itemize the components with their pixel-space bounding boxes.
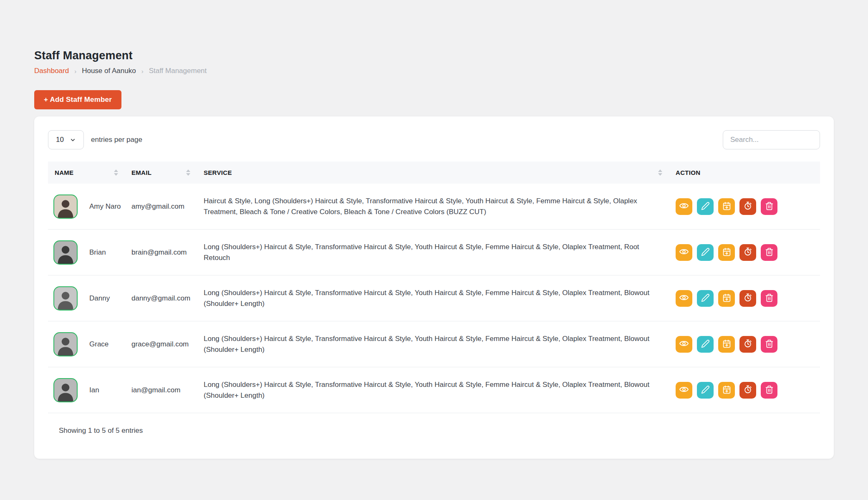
staff-management-page: Staff Management Dashboard › House of Aa… — [0, 0, 868, 500]
staff-service: Long (Shoulders+) Haircut & Style, Trans… — [204, 242, 676, 263]
calendar-icon — [722, 293, 731, 303]
trash-icon — [765, 385, 774, 395]
staff-avatar — [53, 286, 78, 311]
calendar-button[interactable] — [718, 382, 735, 399]
staff-email: ian@gmail.com — [131, 386, 204, 394]
alarm-clock-icon — [743, 201, 752, 212]
table-body: Amy Naro amy@gmail.com Haircut & Style, … — [48, 184, 820, 413]
page-content: Staff Management Dashboard › House of Aa… — [34, 49, 834, 459]
entries-per-page-label: entries per page — [91, 136, 142, 144]
breadcrumb-house-of-aanuko[interactable]: House of Aanuko — [82, 67, 136, 75]
staff-table-card: 10 entries per page NAME E — [34, 116, 834, 459]
page-title: Staff Management — [34, 49, 834, 62]
add-staff-member-button[interactable]: + Add Staff Member — [34, 90, 121, 109]
staff-avatar — [53, 332, 78, 356]
delete-button[interactable] — [761, 198, 777, 215]
calendar-button[interactable] — [718, 244, 735, 261]
breadcrumb: Dashboard › House of Aanuko › Staff Mana… — [34, 67, 834, 75]
name-cell: Amy Naro — [48, 194, 131, 219]
eye-icon — [679, 293, 689, 303]
page-size-controls: 10 entries per page — [48, 130, 142, 149]
view-button[interactable] — [676, 198, 692, 215]
table-footer-status: Showing 1 to 5 of 5 entries — [48, 427, 820, 435]
row-actions — [676, 244, 820, 261]
alarm-clock-icon — [743, 385, 752, 395]
page-size-select[interactable]: 10 — [48, 130, 84, 149]
calendar-icon — [722, 202, 731, 212]
alarm-clock-icon — [743, 247, 752, 258]
calendar-icon — [722, 247, 731, 258]
calendar-button[interactable] — [718, 290, 735, 307]
pencil-icon — [701, 202, 710, 212]
view-button[interactable] — [676, 244, 692, 261]
row-actions — [676, 290, 820, 307]
edit-button[interactable] — [697, 198, 714, 215]
staff-avatar — [53, 378, 78, 402]
alarm-clock-icon — [743, 293, 752, 303]
staff-name: Brian — [89, 248, 106, 257]
column-header-name[interactable]: NAME — [48, 169, 131, 176]
eye-icon — [679, 385, 689, 395]
trash-icon — [765, 202, 774, 212]
edit-button[interactable] — [697, 244, 714, 261]
staff-name: Grace — [89, 340, 108, 348]
view-button[interactable] — [676, 336, 692, 353]
name-cell: Brian — [48, 240, 131, 265]
calendar-icon — [722, 339, 731, 349]
table-row: Danny danny@gmail.com Long (Shoulders+) … — [48, 275, 820, 321]
alarm-clock-button[interactable] — [739, 244, 756, 261]
staff-service: Long (Shoulders+) Haircut & Style, Trans… — [204, 288, 676, 308]
row-actions — [676, 198, 820, 215]
eye-icon — [679, 247, 689, 258]
name-cell: Grace — [48, 332, 131, 356]
page-size-value: 10 — [56, 136, 64, 144]
staff-name: Ian — [89, 386, 99, 394]
person-silhouette-icon — [54, 333, 77, 356]
chevron-right-icon: › — [74, 68, 76, 75]
sort-icon — [658, 169, 662, 176]
column-header-email[interactable]: EMAIL — [131, 169, 204, 176]
alarm-clock-button[interactable] — [739, 336, 756, 353]
view-button[interactable] — [676, 382, 692, 399]
table-row: Amy Naro amy@gmail.com Haircut & Style, … — [48, 184, 820, 230]
edit-button[interactable] — [697, 382, 714, 399]
pencil-icon — [701, 339, 710, 349]
breadcrumb-current: Staff Management — [149, 67, 207, 75]
view-button[interactable] — [676, 290, 692, 307]
staff-avatar — [53, 194, 78, 219]
chevron-right-icon: › — [141, 68, 144, 75]
delete-button[interactable] — [761, 244, 777, 261]
delete-button[interactable] — [761, 382, 777, 399]
staff-service: Long (Shoulders+) Haircut & Style, Trans… — [204, 333, 676, 354]
edit-button[interactable] — [697, 290, 714, 307]
search-input[interactable] — [723, 130, 820, 149]
breadcrumb-dashboard-link[interactable]: Dashboard — [34, 67, 69, 75]
calendar-button[interactable] — [718, 336, 735, 353]
table-header-row: NAME EMAIL SERVICE ACTION — [48, 162, 820, 184]
chevron-down-icon — [70, 137, 76, 143]
calendar-button[interactable] — [718, 198, 735, 215]
delete-button[interactable] — [761, 290, 777, 307]
person-silhouette-icon — [54, 287, 77, 310]
trash-icon — [765, 339, 774, 349]
table-row: Brian brain@gmail.com Long (Shoulders+) … — [48, 230, 820, 275]
table-controls: 10 entries per page — [48, 130, 820, 149]
edit-button[interactable] — [697, 336, 714, 353]
delete-button[interactable] — [761, 336, 777, 353]
row-actions — [676, 382, 820, 399]
alarm-clock-icon — [743, 339, 752, 349]
column-header-service[interactable]: SERVICE — [204, 169, 676, 176]
alarm-clock-button[interactable] — [739, 382, 756, 399]
pencil-icon — [701, 385, 710, 395]
eye-icon — [679, 339, 689, 349]
staff-avatar — [53, 240, 78, 265]
alarm-clock-button[interactable] — [739, 290, 756, 307]
column-header-action: ACTION — [676, 169, 820, 176]
table-row: Grace grace@gmail.com Long (Shoulders+) … — [48, 321, 820, 367]
person-silhouette-icon — [54, 241, 77, 264]
name-cell: Ian — [48, 378, 131, 402]
sort-icon — [186, 169, 190, 176]
alarm-clock-button[interactable] — [739, 198, 756, 215]
staff-service: Long (Shoulders+) Haircut & Style, Trans… — [204, 379, 676, 400]
eye-icon — [679, 201, 689, 212]
